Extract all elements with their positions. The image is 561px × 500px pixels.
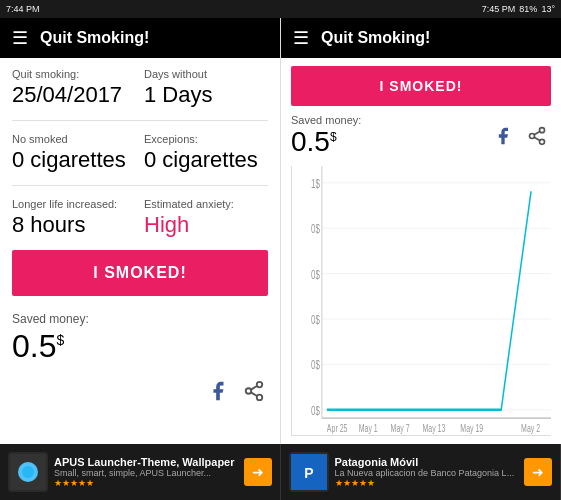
no-smoked-label: No smoked bbox=[12, 133, 136, 145]
svg-point-5 bbox=[540, 128, 545, 133]
ad-text-2: Patagonia Móvil La Nueva aplicacion de B… bbox=[335, 456, 519, 488]
exceptions-label: Excepions: bbox=[144, 133, 268, 145]
hamburger-icon[interactable]: ☰ bbox=[12, 27, 28, 49]
facebook-icon-left[interactable] bbox=[204, 377, 232, 405]
status-bar-left: 7:44 PM bbox=[6, 2, 40, 16]
svg-point-0 bbox=[257, 382, 263, 388]
ad-icon-1 bbox=[8, 452, 48, 492]
chart-svg: 1$ 0$ 0$ 0$ 0$ 0$ Apr 25 May 1 May 7 May… bbox=[292, 166, 551, 435]
stats-row-1: Quit smoking: 25/04/2017 Days without 1 … bbox=[12, 68, 268, 108]
right-header: ☰ Quit Smoking! bbox=[281, 18, 561, 58]
svg-line-4 bbox=[251, 386, 257, 390]
exceptions-box: Excepions: 0 cigarettes bbox=[144, 133, 268, 173]
days-without-label: Days without bbox=[144, 68, 268, 80]
svg-text:May 13: May 13 bbox=[422, 421, 445, 434]
left-header-title: Quit Smoking! bbox=[40, 29, 149, 47]
ad-title-2: Patagonia Móvil bbox=[335, 456, 519, 468]
ad-stars-1: ★★★★★ bbox=[54, 478, 238, 488]
svg-point-7 bbox=[540, 139, 545, 144]
saved-label-left: Saved money: bbox=[12, 312, 268, 326]
share-icon-left[interactable] bbox=[240, 377, 268, 405]
svg-text:1$: 1$ bbox=[311, 176, 320, 191]
battery-indicator: 81% bbox=[519, 4, 537, 14]
anxiety-label: Estimated anxiety: bbox=[144, 198, 268, 210]
svg-text:May 2: May 2 bbox=[521, 421, 540, 434]
quit-label: Quit smoking: bbox=[12, 68, 136, 80]
ad-arrow-1[interactable]: ➜ bbox=[244, 458, 272, 486]
ad-arrow-2[interactable]: ➜ bbox=[524, 458, 552, 486]
svg-text:0$: 0$ bbox=[311, 357, 320, 372]
svg-text:May 19: May 19 bbox=[460, 421, 483, 434]
right-time: 7:45 PM bbox=[482, 4, 516, 14]
chart-container: 1$ 0$ 0$ 0$ 0$ 0$ Apr 25 May 1 May 7 May… bbox=[291, 166, 551, 436]
svg-text:Apr 25: Apr 25 bbox=[327, 421, 348, 434]
svg-point-6 bbox=[530, 134, 535, 139]
right-saved-label: Saved money: bbox=[291, 114, 361, 126]
svg-line-3 bbox=[251, 392, 257, 396]
main-panels: ☰ Quit Smoking! Quit smoking: 25/04/2017… bbox=[0, 18, 561, 444]
stats-row-3: Longer life increased: 8 hours Estimated… bbox=[12, 198, 268, 238]
days-without-value: 1 Days bbox=[144, 82, 268, 108]
divider-2 bbox=[12, 185, 268, 186]
svg-line-8 bbox=[534, 137, 540, 140]
right-saved-amount: 0.5$ bbox=[291, 126, 361, 158]
ad-icon-2: P bbox=[289, 452, 329, 492]
longer-life-value: 8 hours bbox=[12, 212, 136, 238]
left-header: ☰ Quit Smoking! bbox=[0, 18, 280, 58]
smoked-button-left[interactable]: I SMOKED! bbox=[12, 250, 268, 296]
svg-text:0$: 0$ bbox=[311, 221, 320, 236]
left-panel: ☰ Quit Smoking! Quit smoking: 25/04/2017… bbox=[0, 18, 280, 444]
svg-text:P: P bbox=[304, 465, 313, 481]
quit-date-value: 25/04/2017 bbox=[12, 82, 136, 108]
right-panel: ☰ Quit Smoking! I SMOKED! Saved money: 0… bbox=[280, 18, 561, 444]
status-bar-right: 7:45 PM 81% 13° bbox=[482, 2, 555, 16]
ad-item-1[interactable]: APUS Launcher-Theme, Wallpaper Small, sm… bbox=[0, 444, 281, 500]
stats-row-2: No smoked 0 cigarettes Excepions: 0 ciga… bbox=[12, 133, 268, 173]
divider-1 bbox=[12, 120, 268, 121]
longer-life-box: Longer life increased: 8 hours bbox=[12, 198, 136, 238]
anxiety-value: High bbox=[144, 212, 268, 238]
ad-title-1: APUS Launcher-Theme, Wallpaper bbox=[54, 456, 238, 468]
days-without-box: Days without 1 Days bbox=[144, 68, 268, 108]
saved-money-left: Saved money: 0.5$ bbox=[12, 312, 268, 365]
social-icons-left bbox=[12, 377, 268, 405]
ad-item-2[interactable]: P Patagonia Móvil La Nueva aplicacion de… bbox=[281, 444, 562, 500]
svg-line-9 bbox=[534, 131, 540, 134]
anxiety-box: Estimated anxiety: High bbox=[144, 198, 268, 238]
longer-life-label: Longer life increased: bbox=[12, 198, 136, 210]
right-saved-row: Saved money: 0.5$ bbox=[291, 114, 551, 158]
svg-text:0$: 0$ bbox=[311, 312, 320, 327]
ad-text-1: APUS Launcher-Theme, Wallpaper Small, sm… bbox=[54, 456, 238, 488]
svg-point-32 bbox=[22, 466, 34, 478]
ad-stars-2: ★★★★★ bbox=[335, 478, 519, 488]
temp-indicator: 13° bbox=[541, 4, 555, 14]
smoked-button-right[interactable]: I SMOKED! bbox=[291, 66, 551, 106]
ad-subtitle-2: La Nueva aplicacion de Banco Patagonia L… bbox=[335, 468, 519, 478]
right-content: I SMOKED! Saved money: 0.5$ bbox=[281, 58, 561, 444]
hamburger-icon-right[interactable]: ☰ bbox=[293, 27, 309, 49]
right-header-title: Quit Smoking! bbox=[321, 29, 430, 47]
svg-text:May 7: May 7 bbox=[391, 421, 410, 434]
exceptions-value: 0 cigarettes bbox=[144, 147, 268, 173]
ad-bar: APUS Launcher-Theme, Wallpaper Small, sm… bbox=[0, 444, 561, 500]
share-icon-right[interactable] bbox=[523, 122, 551, 150]
left-time: 7:44 PM bbox=[6, 4, 40, 14]
ad-subtitle-1: Small, smart, simple, APUS Launcher... bbox=[54, 468, 238, 478]
no-smoked-value: 0 cigarettes bbox=[12, 147, 136, 173]
left-content: Quit smoking: 25/04/2017 Days without 1 … bbox=[0, 58, 280, 444]
svg-point-2 bbox=[257, 395, 263, 401]
social-icons-right bbox=[489, 122, 551, 150]
quit-date-box: Quit smoking: 25/04/2017 bbox=[12, 68, 136, 108]
right-saved-left: Saved money: 0.5$ bbox=[291, 114, 361, 158]
status-bar: 7:44 PM 7:45 PM 81% 13° bbox=[0, 0, 561, 18]
saved-amount-left: 0.5$ bbox=[12, 328, 268, 365]
no-smoked-box: No smoked 0 cigarettes bbox=[12, 133, 136, 173]
svg-text:0$: 0$ bbox=[311, 403, 320, 418]
facebook-icon-right[interactable] bbox=[489, 122, 517, 150]
svg-point-1 bbox=[246, 388, 252, 394]
svg-text:0$: 0$ bbox=[311, 266, 320, 281]
svg-text:May 1: May 1 bbox=[359, 421, 378, 434]
